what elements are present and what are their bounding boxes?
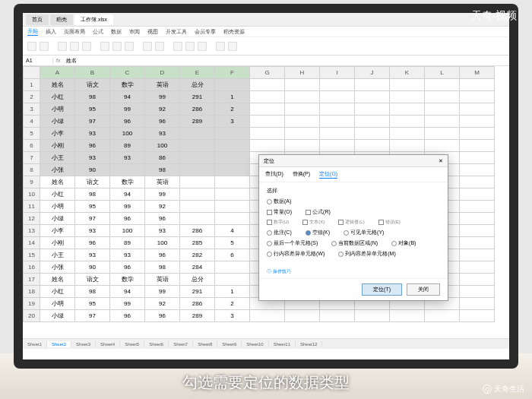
opt-text[interactable]: 文本(X) (302, 219, 325, 226)
cell[interactable] (215, 79, 250, 91)
cell[interactable]: 89 (110, 140, 145, 152)
sheet-tab[interactable]: Sheet10 (242, 341, 268, 347)
cell[interactable]: 96 (110, 310, 145, 322)
cell[interactable]: 98 (75, 188, 110, 201)
cell[interactable]: 95 (75, 298, 110, 310)
opt-object[interactable]: 对象(B) (391, 239, 416, 247)
cell[interactable]: 小明 (40, 298, 75, 310)
cell[interactable]: 100 (145, 237, 180, 249)
formula-bar[interactable]: A1 fx 姓名 (23, 55, 509, 66)
cell[interactable]: 英语 (145, 274, 180, 286)
col-header[interactable]: C (110, 67, 145, 79)
merge-icon[interactable] (143, 42, 152, 51)
cell[interactable]: 数学 (110, 79, 145, 91)
cell[interactable] (425, 91, 460, 103)
col-header[interactable]: L (425, 67, 460, 79)
cell[interactable]: 96 (145, 116, 180, 128)
cell[interactable] (180, 128, 215, 140)
cell[interactable] (320, 79, 355, 91)
cell[interactable]: 小红 (40, 188, 75, 201)
sheet-tab[interactable]: Sheet9 (217, 341, 242, 347)
opt-formula[interactable]: 公式(R) (306, 208, 331, 216)
cell[interactable] (460, 79, 495, 91)
menu-item[interactable]: 插入 (46, 28, 56, 36)
cell[interactable] (320, 103, 355, 116)
cell[interactable]: 英语 (145, 176, 180, 188)
cell[interactable] (320, 91, 355, 103)
row-header[interactable]: 13 (24, 225, 40, 237)
cell[interactable]: 94 (110, 188, 145, 201)
cell[interactable] (215, 176, 250, 188)
cell[interactable] (215, 140, 250, 152)
cell[interactable] (285, 91, 320, 103)
opt-rowdiff[interactable]: 行内容差异单元格(W) (267, 250, 325, 258)
cell[interactable] (250, 116, 285, 128)
row-header[interactable]: 9 (24, 176, 40, 188)
ok-button[interactable]: 定位(T) (362, 283, 402, 296)
cell[interactable]: 96 (110, 213, 145, 225)
menu-item[interactable]: 会员专享 (195, 28, 216, 36)
cell[interactable] (460, 152, 495, 164)
row-header[interactable]: 18 (24, 286, 40, 298)
cell[interactable]: 2 (215, 103, 250, 116)
cell[interactable] (460, 128, 495, 140)
cell[interactable]: 5 (215, 237, 250, 249)
cell[interactable]: 94 (110, 286, 145, 298)
cell[interactable] (390, 310, 425, 322)
cell[interactable]: 99 (145, 286, 180, 298)
cell[interactable]: 小红 (40, 91, 75, 103)
cell[interactable]: 小王 (40, 249, 75, 261)
cell[interactable] (215, 188, 250, 201)
align-center-icon[interactable] (112, 42, 122, 51)
menu-bar[interactable]: 开始 插入 页面布局 公式 数据 审阅 视图 开发工具 会员专享 稻壳资源 (23, 27, 509, 37)
dialog-titlebar[interactable]: 定位 ✕ (259, 155, 448, 167)
cell[interactable]: 285 (180, 237, 215, 249)
cell[interactable] (250, 79, 285, 91)
cell[interactable] (180, 140, 215, 152)
cell[interactable]: 99 (110, 298, 145, 310)
row-header[interactable]: 12 (24, 213, 40, 225)
cell[interactable]: 93 (110, 152, 145, 164)
opt-number[interactable]: 数字(U) (267, 219, 289, 226)
cell[interactable]: 96 (110, 261, 145, 274)
cell[interactable] (460, 274, 495, 286)
cell[interactable]: 291 (180, 91, 215, 103)
cell[interactable] (355, 140, 390, 152)
cell[interactable]: 90 (75, 164, 110, 176)
cell[interactable]: 95 (75, 201, 110, 213)
cell[interactable] (460, 310, 495, 322)
cancel-button[interactable]: 关闭 (407, 283, 440, 296)
menu-item[interactable]: 审阅 (129, 28, 140, 36)
col-header[interactable]: I (320, 67, 355, 79)
cell[interactable]: 小明 (40, 201, 75, 213)
sheet-tab[interactable]: Sheet3 (71, 341, 96, 347)
close-icon[interactable]: ✕ (439, 158, 443, 164)
col-header[interactable]: G (250, 67, 285, 79)
cell[interactable]: 98 (145, 261, 180, 274)
cell[interactable] (390, 103, 425, 116)
cell[interactable]: 99 (145, 188, 180, 201)
cell[interactable] (250, 103, 285, 116)
cell[interactable] (215, 261, 250, 274)
cell[interactable]: 小刚 (40, 140, 75, 152)
cell[interactable] (215, 274, 250, 286)
cell[interactable]: 97 (75, 213, 110, 225)
cell[interactable]: 小绿 (40, 116, 75, 128)
row-header[interactable]: 20 (24, 310, 40, 322)
align-right-icon[interactable] (125, 42, 134, 51)
sheet-tabs[interactable]: Sheet1Sheet2Sheet3Sheet4Sheet5Sheet6Shee… (23, 338, 509, 349)
cell[interactable] (285, 116, 320, 128)
cell[interactable]: 英语 (145, 79, 180, 91)
cell[interactable] (355, 79, 390, 91)
sheet-tab[interactable]: Sheet7 (169, 341, 193, 347)
opt-error[interactable]: 错误(E) (378, 219, 401, 226)
cell[interactable] (285, 310, 320, 322)
paste-icon[interactable] (27, 42, 36, 51)
cell[interactable]: 93 (145, 225, 180, 237)
cell[interactable] (460, 249, 495, 261)
row-header[interactable]: 10 (24, 188, 40, 201)
cell[interactable] (460, 237, 495, 249)
cell[interactable] (250, 310, 285, 322)
menu-item[interactable]: 视图 (147, 28, 158, 36)
row-header[interactable]: 5 (24, 128, 40, 140)
